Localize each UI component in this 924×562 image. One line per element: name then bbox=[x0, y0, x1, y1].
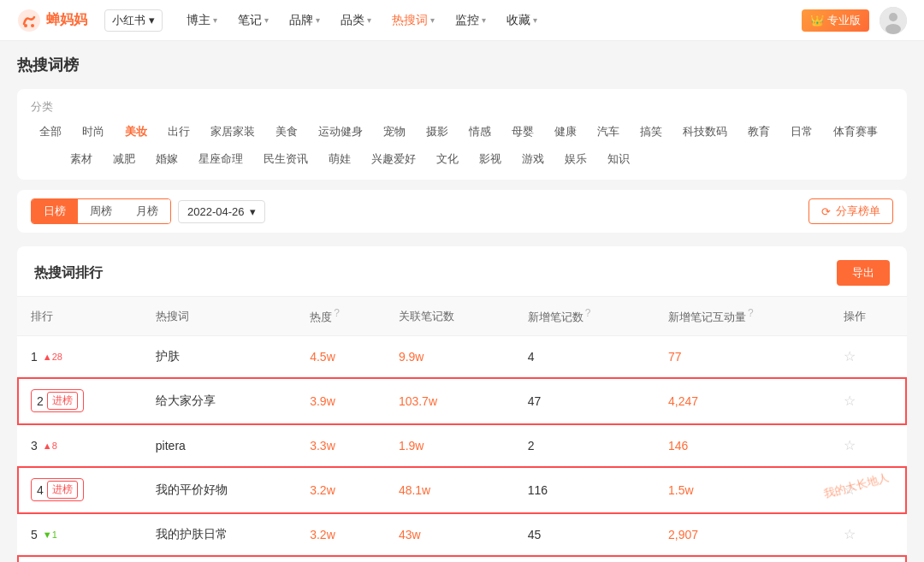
cat-item[interactable]: 美食 bbox=[267, 121, 306, 142]
star-button[interactable]: ☆ bbox=[844, 349, 856, 364]
tab-日榜[interactable]: 日榜 bbox=[32, 199, 78, 223]
keyword-text[interactable]: pitera bbox=[156, 439, 186, 453]
cat-item[interactable]: 搞笑 bbox=[631, 121, 671, 142]
date-picker[interactable]: 2022-04-26 ▾ bbox=[178, 200, 265, 223]
rank-badge-container: 2 进榜 bbox=[31, 389, 84, 412]
cat-item[interactable]: 日常 bbox=[782, 121, 821, 142]
top-navigation: 蝉妈妈 小红书 ▾ 博主▾笔记▾品牌▾品类▾热搜词▾监控▾收藏▾ 👑 专业版 bbox=[0, 0, 924, 41]
table-title: 热搜词排行 bbox=[34, 264, 103, 282]
share-icon: ⟳ bbox=[821, 205, 831, 218]
nav-item-收藏[interactable]: 收藏▾ bbox=[496, 0, 548, 41]
category-label: 分类 bbox=[31, 99, 55, 115]
category-row-2: 素材减肥婚嫁星座命理民生资讯萌娃兴趣爱好文化影视游戏娱乐知识 bbox=[31, 149, 893, 169]
cat-item[interactable]: 萌娃 bbox=[320, 149, 359, 169]
action-cell: ☆ bbox=[830, 425, 907, 466]
cat-item[interactable]: 文化 bbox=[428, 149, 467, 169]
nav-item-品类[interactable]: 品类▾ bbox=[330, 0, 382, 41]
export-button[interactable]: 导出 bbox=[837, 260, 890, 286]
related-notes-value: 48.1w bbox=[399, 483, 430, 497]
cat-item[interactable]: 素材 bbox=[62, 149, 101, 169]
table-header-row: 热搜词排行 导出 bbox=[17, 246, 907, 296]
rank-number: 2 bbox=[37, 394, 44, 408]
nav-item-监控[interactable]: 监控▾ bbox=[445, 0, 496, 41]
nav-item-品牌[interactable]: 品牌▾ bbox=[279, 0, 330, 41]
rank-cell: 5 ▼1 bbox=[17, 514, 142, 555]
interact-value: 4,247 bbox=[668, 394, 698, 408]
new-interact-cell: 146 bbox=[654, 425, 830, 466]
svg-point-4 bbox=[889, 13, 897, 21]
star-button[interactable]: ☆ bbox=[844, 482, 856, 497]
page-title: 热搜词榜 bbox=[17, 55, 907, 75]
cat-item[interactable]: 出行 bbox=[159, 121, 198, 142]
rank-up-icon: ▲28 bbox=[43, 352, 62, 362]
cat-item[interactable]: 运动健身 bbox=[310, 121, 371, 142]
nav-item-笔记[interactable]: 笔记▾ bbox=[228, 0, 279, 41]
cat-item[interactable]: 情感 bbox=[460, 121, 500, 142]
star-button[interactable]: ☆ bbox=[844, 527, 856, 541]
action-cell: ☆ bbox=[830, 555, 907, 562]
tab-月榜[interactable]: 月榜 bbox=[124, 199, 170, 223]
keyword-text[interactable]: 护肤 bbox=[156, 349, 180, 363]
user-avatar[interactable] bbox=[880, 7, 907, 34]
new-interact-cell: 77 bbox=[654, 336, 830, 377]
keyword-text[interactable]: 给大家分享 bbox=[156, 393, 216, 407]
category-row-1: 分类 全部时尚美妆出行家居家装美食运动健身宠物摄影情感母婴健康汽车搞笑科技数码教… bbox=[31, 99, 893, 142]
table-row: 3 ▲8 pitera3.3w1.9w2146☆ bbox=[17, 425, 907, 466]
heat-value: 3.9w bbox=[310, 394, 335, 408]
rank-number: 1 bbox=[31, 350, 38, 364]
logo: 蝉妈妈 bbox=[17, 9, 87, 33]
cat-item[interactable]: 教育 bbox=[739, 121, 779, 142]
tab-group: 日榜周榜月榜 bbox=[31, 198, 171, 224]
new-interact-cell: 1.5w bbox=[654, 466, 830, 514]
action-cell: ☆ bbox=[830, 336, 907, 377]
cat-item[interactable]: 兴趣爱好 bbox=[363, 149, 424, 169]
cat-item[interactable]: 全部 bbox=[31, 121, 70, 142]
cat-item[interactable]: 体育赛事 bbox=[825, 121, 886, 142]
cat-item[interactable]: 健康 bbox=[546, 121, 585, 142]
new-notes-cell: 2 bbox=[514, 425, 654, 466]
table-row: 5 ▼1 我的护肤日常3.2w43w452,907☆ bbox=[17, 514, 907, 555]
rank-cell: 1 ▲28 bbox=[17, 336, 142, 377]
cat-item[interactable]: 星座命理 bbox=[190, 149, 252, 169]
pro-badge[interactable]: 👑 专业版 bbox=[802, 9, 869, 32]
interact-value: 77 bbox=[668, 350, 682, 364]
cat-item[interactable]: 减肥 bbox=[104, 149, 144, 169]
cat-item[interactable]: 摄影 bbox=[418, 121, 457, 142]
keyword-text[interactable]: 我的平价好物 bbox=[156, 482, 228, 496]
tab-周榜[interactable]: 周榜 bbox=[78, 199, 124, 223]
related-notes-value: 9.9w bbox=[399, 350, 424, 364]
platform-select[interactable]: 小红书 ▾ bbox=[104, 9, 163, 32]
rank-badge: 进榜 bbox=[47, 392, 78, 410]
rank-badge-container: 4 进榜 bbox=[31, 478, 84, 501]
cat-item[interactable]: 知识 bbox=[599, 149, 638, 169]
cat-item[interactable]: 汽车 bbox=[589, 121, 628, 142]
cat-item[interactable]: 民生资讯 bbox=[255, 149, 317, 169]
info-icon: ? bbox=[585, 307, 591, 319]
rank-cell-inner: 1 ▲28 bbox=[31, 350, 128, 364]
share-button[interactable]: ⟳ 分享榜单 bbox=[808, 198, 893, 224]
nav-item-博主[interactable]: 博主▾ bbox=[176, 0, 228, 41]
cat-item[interactable]: 科技数码 bbox=[674, 121, 736, 142]
cat-item[interactable]: 美妆 bbox=[116, 121, 156, 142]
cat-item[interactable]: 宠物 bbox=[375, 121, 414, 142]
cat-item[interactable]: 影视 bbox=[471, 149, 510, 169]
cat-item[interactable]: 游戏 bbox=[513, 149, 553, 169]
keyword-cell: 我的平价好物 bbox=[142, 466, 296, 514]
star-button[interactable]: ☆ bbox=[844, 438, 856, 453]
rank-cell-inner: 3 ▲8 bbox=[31, 439, 128, 453]
nav-item-热搜词[interactable]: 热搜词▾ bbox=[382, 0, 445, 41]
table-row: 1 ▲28 护肤4.5w9.9w477☆ bbox=[17, 336, 907, 377]
related-notes-cell: 9.9w bbox=[385, 336, 514, 377]
controls-left: 日榜周榜月榜 2022-04-26 ▾ bbox=[31, 198, 265, 224]
cat-item[interactable]: 时尚 bbox=[74, 121, 113, 142]
col-header: 新增笔记数? bbox=[514, 297, 654, 336]
cat-item[interactable]: 娱乐 bbox=[556, 149, 595, 169]
cat-item[interactable]: 母婴 bbox=[503, 121, 542, 142]
star-button[interactable]: ☆ bbox=[844, 393, 856, 408]
cat-item[interactable]: 家居家装 bbox=[202, 121, 264, 142]
new-notes-cell: 45 bbox=[514, 514, 654, 555]
keyword-text[interactable]: 我的护肤日常 bbox=[156, 527, 228, 541]
rank-cell: 2 进榜 bbox=[17, 377, 142, 425]
cat-item[interactable]: 婚嫁 bbox=[147, 149, 187, 169]
pro-label: 专业版 bbox=[827, 13, 861, 28]
